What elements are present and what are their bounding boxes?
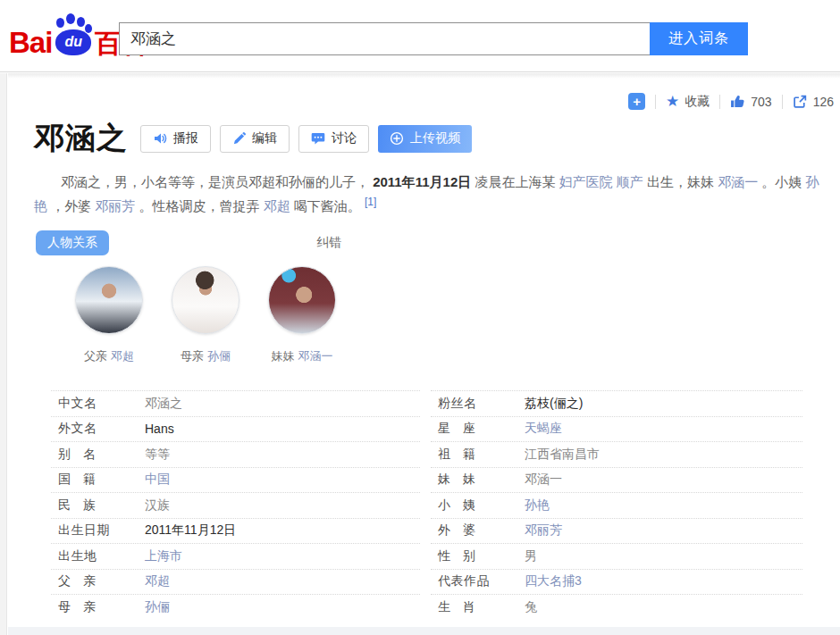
baidu-paw-icon: du	[53, 13, 94, 57]
avatar	[75, 266, 143, 334]
infobox-label: 国籍	[51, 472, 145, 488]
star-icon: ★	[666, 94, 679, 109]
upload-video-label: 上传视频	[410, 130, 460, 146]
infobox-row: 星座 天蝎座	[431, 416, 802, 442]
favorite-button[interactable]: ★ 收藏	[666, 94, 710, 110]
broadcast-label: 播报	[173, 130, 198, 146]
infobox-value[interactable]: 孙艳	[525, 497, 802, 514]
summary-segment[interactable]: 邓涵一	[718, 174, 758, 189]
infobox-row: 祖籍 江西省南昌市	[431, 441, 802, 467]
header-shadow	[8, 73, 840, 79]
summary-segment: 喝下酱油。	[294, 198, 361, 213]
infobox-label: 父亲	[51, 573, 145, 589]
divider	[782, 95, 783, 109]
summary-segment: 出生，妹妹	[647, 174, 714, 189]
favorite-label: 收藏	[685, 94, 710, 110]
speaker-icon	[153, 131, 167, 146]
summary-segment[interactable]: 邓超	[264, 198, 290, 213]
thumb-up-icon	[730, 94, 745, 109]
logo-text-du: du	[53, 34, 94, 50]
infobox-row: 粉丝名 荔枝(俪之)	[431, 390, 802, 416]
relation-type: 母亲	[181, 349, 204, 363]
infobox-value: 等等	[145, 447, 420, 463]
broadcast-button[interactable]: 播报	[140, 125, 211, 153]
summary-segment: ，外婆	[51, 198, 91, 213]
action-bar: + ★ 收藏 703 126	[628, 93, 834, 110]
infobox-label: 民族	[51, 497, 145, 514]
footer-strip	[8, 627, 840, 635]
relation-card[interactable]: 父亲邓超	[61, 266, 157, 364]
like-button[interactable]: 703	[730, 94, 771, 109]
discuss-label: 讨论	[332, 130, 357, 146]
like-count: 703	[751, 95, 771, 109]
summary-segment[interactable]: [1]	[365, 196, 376, 208]
relation-card[interactable]: 妹妹邓涵一	[254, 266, 350, 364]
summary-segment[interactable]: 妇产医院	[559, 174, 613, 189]
summary-paragraph: 邓涵之，男，小名等等，是演员邓超和孙俪的儿子， 2011年11月12日 凌晨在上…	[34, 170, 831, 218]
summary-segment[interactable]: 顺产	[617, 174, 643, 189]
summary-segment: 。性格调皮，曾捉弄	[139, 198, 260, 213]
infobox-value[interactable]: 天蝎座	[525, 421, 802, 437]
infobox-value: 汉族	[145, 497, 420, 514]
infobox-label: 出生地	[51, 548, 145, 564]
infobox-value: 荔枝(俪之)	[525, 396, 802, 412]
infobox-value: 邓涵之	[145, 396, 420, 412]
edit-button[interactable]: 编辑	[220, 125, 290, 153]
infobox-label: 生肖	[431, 599, 525, 615]
relation-label: 父亲邓超	[84, 348, 134, 364]
page-title: 邓涵之	[34, 118, 128, 159]
search-input[interactable]	[119, 22, 650, 55]
share-button[interactable]: 126	[793, 94, 834, 109]
infobox-label: 母亲	[51, 599, 145, 615]
infobox-value[interactable]: 邓丽芳	[525, 522, 802, 539]
infobox-value[interactable]: 孙俪	[145, 599, 420, 615]
infobox-row: 出生地 上海市	[51, 543, 420, 569]
relation-name[interactable]: 孙俪	[207, 349, 231, 363]
share-count: 126	[813, 95, 834, 109]
summary-segment: 2011年11月12日	[373, 174, 471, 189]
infobox-value[interactable]: 中国	[145, 472, 420, 488]
site-header: Bai du 百科 进入词条	[0, 0, 840, 72]
infobox: 中文名 邓涵之 外文名 Hans 别名 等等 国籍 中国	[51, 390, 802, 620]
avatar	[172, 266, 239, 334]
summary-segment: 邓涵之，男，小名等等，是演员邓超和孙俪的儿子，	[61, 174, 369, 189]
infobox-row: 小姨 孙艳	[431, 492, 802, 518]
baike-page: Bai du 百科 进入词条 + ★ 收藏 703	[0, 0, 840, 635]
enter-entry-button[interactable]: 进入词条	[650, 22, 748, 55]
avatar	[268, 266, 336, 334]
infobox-value: Hans	[145, 422, 420, 436]
infobox-row: 性别 男	[431, 543, 802, 569]
infobox-label: 中文名	[51, 396, 145, 412]
relation-card[interactable]: 母亲孙俪	[157, 266, 254, 364]
relation-name[interactable]: 邓超	[111, 349, 134, 363]
plus-circle-icon	[390, 131, 404, 146]
summary-segment: 凌晨在上海某	[475, 174, 555, 189]
infobox-row: 中文名 邓涵之	[51, 390, 420, 416]
infobox-value[interactable]: 邓超	[145, 573, 420, 589]
summary-segment: 。小姨	[761, 174, 802, 189]
add-to-collection-icon[interactable]: +	[628, 93, 645, 110]
infobox-label: 出生日期	[51, 522, 145, 539]
correction-link[interactable]: 纠错	[316, 235, 341, 251]
infobox-row: 民族 汉族	[51, 492, 420, 518]
infobox-value[interactable]: 上海市	[145, 548, 420, 564]
divider	[719, 95, 720, 109]
relations-tag[interactable]: 人物关系	[36, 230, 109, 255]
infobox-label: 外文名	[51, 421, 145, 437]
relation-name[interactable]: 邓涵一	[298, 349, 333, 363]
infobox-row: 别名 等等	[51, 441, 420, 467]
relations-header: 人物关系 纠错	[36, 230, 341, 255]
infobox-value[interactable]: 四大名捕3	[525, 573, 802, 589]
infobox-value: 男	[525, 548, 802, 564]
upload-video-button[interactable]: 上传视频	[378, 125, 472, 153]
infobox-label: 外婆	[431, 522, 525, 539]
comment-icon	[311, 131, 325, 146]
summary-segment[interactable]: 邓丽芳	[95, 198, 135, 213]
infobox-label: 小姨	[431, 497, 525, 514]
infobox-row: 妹妹 邓涵一	[431, 467, 802, 493]
divider	[655, 95, 656, 109]
relation-type: 妹妹	[272, 349, 295, 363]
pencil-icon	[232, 132, 246, 146]
infobox-label: 粉丝名	[431, 396, 525, 412]
discuss-button[interactable]: 讨论	[298, 125, 369, 153]
